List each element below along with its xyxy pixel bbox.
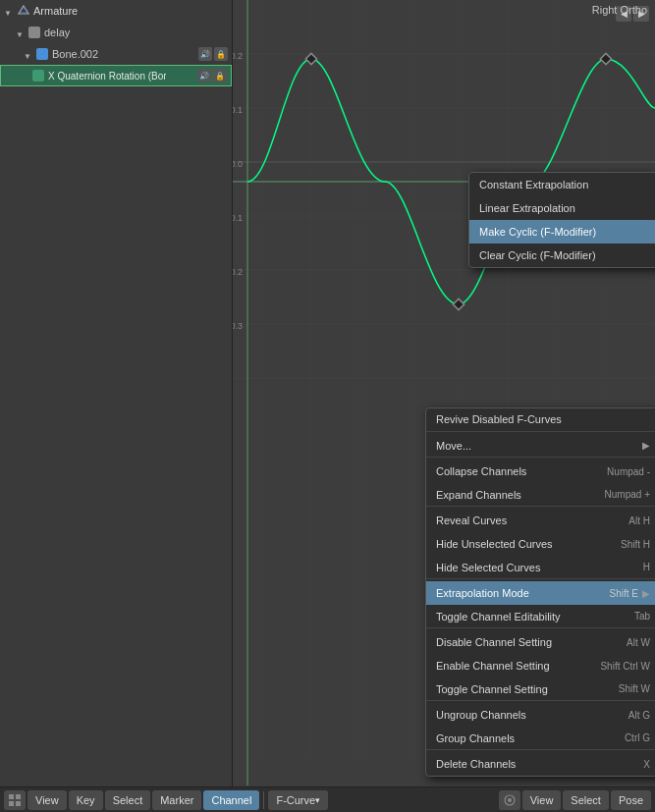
svg-rect-33 [9,794,14,799]
menu-item-expand[interactable]: Expand Channels Numpad + [426,483,655,507]
toolbar-btn-channel[interactable]: Channel [203,790,259,810]
menu-item-reveal[interactable]: Reveal Curves Alt H [426,509,655,532]
svg-text:0.0: 0.0 [233,159,243,169]
menu-label-disable-channel: Disable Channel Setting [436,636,552,648]
submenu-item-constant[interactable]: Constant Extrapolation Shift E [469,173,655,196]
menu-label-enable-channel: Enable Channel Setting [436,660,550,672]
menu-label-extrapolation: Extrapolation Mode [436,587,529,599]
menu-label-group: Group Channels [436,732,515,744]
submenu-item-make-cyclic[interactable]: Make Cyclic (F-Modifier) Shift E [469,220,655,244]
submenu: Constant Extrapolation Shift E Linear Ex… [468,172,655,268]
bottom-toolbar: View Key Select Marker Channel F-Curve ▾… [0,786,655,812]
menu-item-extrapolation[interactable]: Extrapolation Mode Shift E ▶ [426,581,655,605]
toolbar-btn-view[interactable]: View [27,790,67,810]
toolbar-btn-key[interactable]: Key [69,790,103,810]
channel-item-quat[interactable]: X Quaternion Rotation (Bor 🔊 🔒 [0,65,232,86]
quat-mute-icon[interactable]: 🔊 [197,69,211,82]
extrapolation-arrow: ▶ [642,588,650,599]
delay-label: delay [44,27,70,38]
menu-item-toggle-channel[interactable]: Toggle Channel Setting Shift W [426,677,655,701]
left-panel: Armature delay Bone.002 🔊 🔒 [0,0,233,786]
menu-shortcut-enable-channel: Shift Ctrl W [600,661,650,672]
toolbar-mode-icon[interactable] [499,790,520,810]
menu-item-delete[interactable]: Delete Channels X [426,752,655,776]
svg-rect-27 [600,53,611,64]
menu-label-hide-unselected: Hide Unselected Curves [436,538,553,550]
submenu-label-constant: Constant Extrapolation [479,179,588,190]
toolbar-separator-1 [263,791,264,809]
right-viewport: Right Ortho ◀ ▶ [233,0,655,786]
svg-text:-0.3: -0.3 [233,321,243,331]
viewport-header: Right Ortho [592,4,647,16]
menu-label-ungroup: Ungroup Channels [436,709,526,721]
submenu-item-linear[interactable]: Linear Extrapolation Shift E [469,196,655,220]
menu-shortcut-collapse: Numpad - [607,466,650,477]
svg-rect-26 [305,53,316,64]
svg-text:-0.1: -0.1 [233,213,243,223]
move-arrow: ▶ [642,440,650,451]
toolbar-btn-select2[interactable]: Select [563,790,609,810]
mute-icon[interactable]: 🔊 [198,47,212,61]
expand-icon-bone [24,49,33,59]
toolbar-btn-view2[interactable]: View [522,790,562,810]
menu-item-collapse[interactable]: Collapse Channels Numpad - [426,460,655,483]
menu-shortcut-ungroup: Alt G [628,710,650,721]
lock-icon[interactable]: 🔒 [214,47,228,61]
toolbar-btn-select[interactable]: Select [105,790,151,810]
menu-item-toggle-edit[interactable]: Toggle Channel Editability Tab [426,605,655,628]
submenu-item-clear-cyclic[interactable]: Clear Cyclic (F-Modifier) Shift E [469,244,655,267]
menu-item-hide-selected[interactable]: Hide Selected Curves H [426,556,655,579]
menu-label-toggle-channel: Toggle Channel Setting [436,683,548,695]
channel-item-armature[interactable]: Armature [0,0,232,22]
mode-icon [503,793,517,807]
armature-label: Armature [33,5,78,17]
expand-icon-armature [4,6,14,16]
submenu-label-make-cyclic: Make Cyclic (F-Modifier) [479,226,596,238]
svg-text:0.2: 0.2 [233,51,243,61]
context-menu: Revive Disabled F-Curves Move... ▶ Colla… [425,407,655,777]
svg-rect-35 [9,801,14,806]
menu-shortcut-reveal: Alt H [628,515,650,526]
svg-rect-34 [16,794,21,799]
menu-item-revive[interactable]: Revive Disabled F-Curves [426,408,655,432]
toolbar-btn-marker[interactable]: Marker [152,790,201,810]
bone-label: Bone.002 [52,48,98,60]
menu-shortcut-delete: X [643,759,650,770]
menu-label-revive: Revive Disabled F-Curves [436,413,562,425]
menu-item-disable-channel[interactable]: Disable Channel Setting Alt W [426,630,655,654]
quat-lock-icon[interactable]: 🔒 [213,69,227,82]
menu-shortcut-toggle-channel: Shift W [619,683,650,694]
menu-shortcut-disable-channel: Alt W [627,637,650,648]
menu-label-hide-selected: Hide Selected Curves [436,562,540,573]
delay-icon [28,27,40,38]
toolbar-btn-pose[interactable]: Pose [611,790,651,810]
toolbar-btn-fcurve[interactable]: F-Curve ▾ [268,790,328,810]
menu-shortcut-toggle-edit: Tab [634,611,650,622]
svg-point-38 [508,798,512,802]
submenu-label-clear-cyclic: Clear Cyclic (F-Modifier) [479,249,596,261]
menu-shortcut-hide-selected: H [643,562,650,572]
menu-item-move[interactable]: Move... ▶ [426,434,655,458]
menu-item-group[interactable]: Group Channels Ctrl G [426,727,655,750]
menu-shortcut-group: Ctrl G [625,732,650,743]
svg-rect-36 [16,801,21,806]
menu-label-reveal: Reveal Curves [436,514,507,526]
menu-shortcut-expand: Numpad + [605,489,650,500]
channel-item-delay[interactable]: delay [0,22,232,43]
toolbar-icon-btn[interactable] [4,790,26,810]
quat-icons-right: 🔊 🔒 [197,69,231,82]
menu-item-enable-channel[interactable]: Enable Channel Setting Shift Ctrl W [426,654,655,677]
grid-icon [8,793,22,807]
menu-item-ungroup[interactable]: Ungroup Channels Alt G [426,703,655,727]
main-container: Armature delay Bone.002 🔊 🔒 [0,0,655,812]
menu-item-hide-unselected[interactable]: Hide Unselected Curves Shift H [426,532,655,556]
submenu-label-linear: Linear Extrapolation [479,202,575,214]
quat-icon [32,70,44,81]
svg-text:-0.2: -0.2 [233,267,243,277]
channel-item-bone[interactable]: Bone.002 🔊 🔒 [0,43,232,65]
bone-icon [36,48,48,60]
viewport-label: Right Ortho [592,4,647,16]
top-area: Armature delay Bone.002 🔊 🔒 [0,0,655,786]
menu-label-toggle-edit: Toggle Channel Editability [436,611,561,623]
svg-text:0.1: 0.1 [233,105,243,115]
